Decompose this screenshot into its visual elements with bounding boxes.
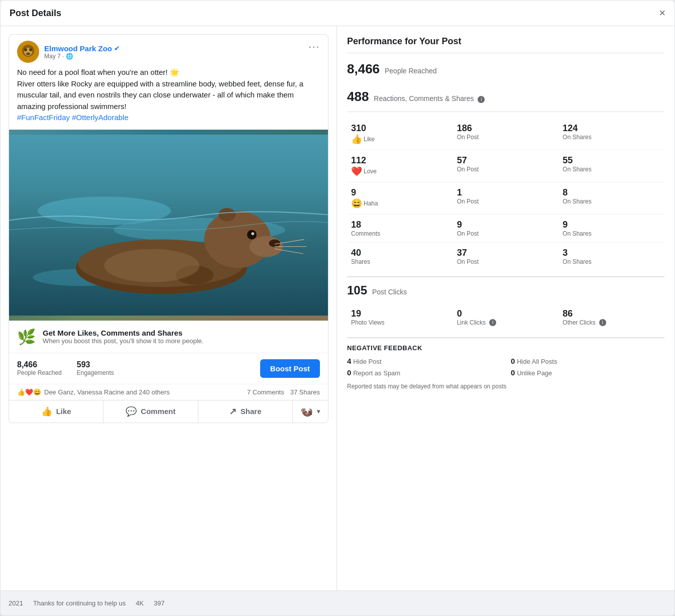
metrics-row: 310 👍Like 186 On Post 124 On Shares [347, 118, 664, 150]
post-text: No need for a pool float when you're an … [9, 67, 328, 130]
metrics-row: 9 😄Haha 1 On Post 8 On Shares [347, 182, 664, 215]
close-button[interactable]: × [659, 8, 665, 19]
share-icon: ↗ [229, 406, 237, 417]
metrics-row: 112 ❤️Love 57 On Post 55 On Shares [347, 150, 664, 182]
svg-point-17 [218, 208, 236, 221]
svg-point-3 [24, 48, 27, 51]
metric-col1-num: 112 [351, 155, 449, 166]
people-reached-label: People Reached [17, 369, 62, 376]
rcs-info-icon[interactable]: i [478, 96, 485, 103]
metric-col1-label: Comments [351, 230, 449, 237]
info-icon[interactable]: i [599, 319, 606, 326]
click-label: Other Clicksi [562, 319, 660, 326]
metric-col1-num: 40 [351, 248, 449, 258]
comment-button[interactable]: 💬 Comment [103, 400, 198, 423]
like-button[interactable]: 👍 Like [9, 400, 103, 423]
click-label: Link Clicksi [457, 319, 555, 326]
boost-post-button[interactable]: Boost Post [260, 359, 320, 378]
click-num: 0 [457, 309, 555, 319]
post-hashtags[interactable]: #FunFactFriday #OtterlyAdorable [17, 112, 320, 124]
like-label: Like [56, 407, 71, 416]
svg-point-22 [104, 249, 200, 282]
post-image [9, 130, 328, 321]
avatar [17, 41, 39, 63]
more-options-button[interactable]: ··· [308, 41, 320, 52]
section-divider-2 [347, 337, 664, 338]
people-reached-stat: 8,466 People Reached [17, 360, 62, 376]
bottom-text: Thanks for continuing to help us [33, 599, 126, 607]
metric-col3-num: 55 [562, 155, 660, 166]
click-details-row: 19 Photo Views 0 Link Clicksi 86 Other C… [347, 303, 664, 331]
click-details-table: 19 Photo Views 0 Link Clicksi 86 Other C… [347, 303, 664, 331]
post-header-left: Elmwood Park Zoo ✔ May 7 · 🌐 [17, 41, 120, 63]
metric-col1-num: 18 [351, 220, 449, 230]
metric-col3-label: On Shares [562, 134, 660, 141]
modal-body: Elmwood Park Zoo ✔ May 7 · 🌐 ··· [1, 26, 674, 590]
neg-feedback-item: 0 Report as Spam [347, 368, 501, 377]
people-reached-big-num: 8,466 [347, 61, 380, 76]
metric-col2-label: On Post [457, 230, 555, 237]
like-icon: 👍 [41, 406, 52, 417]
neg-feedback-title: NEGATIVE FEEDBACK [347, 344, 664, 352]
neg-label: Hide All Posts [517, 358, 557, 365]
svg-point-5 [26, 53, 30, 55]
neg-label: Unlike Page [517, 369, 552, 377]
reaction-emoji: 👍 [351, 134, 362, 145]
stats-row: 8,466 People Reached 593 Engagements Boo… [9, 353, 328, 384]
rcs-num: 488 [347, 89, 369, 104]
leaf-icon: 🌿 [17, 328, 36, 346]
engagements-label: Engagements [77, 369, 114, 376]
post-clicks-num: 105 [347, 283, 367, 297]
performance-title: Performance for Your Post [347, 36, 664, 53]
metric-col1-label: Shares [351, 258, 449, 265]
metrics-row: 40 Shares 37 On Post 3 On Shares [347, 243, 664, 271]
comment-icon: 💬 [126, 406, 137, 417]
metric-col2-label: On Post [457, 198, 555, 205]
shares-count: 37 Shares [290, 388, 320, 396]
metric-col3-label: On Shares [562, 258, 660, 265]
profile-action-button[interactable]: 🦦 ▾ [293, 400, 328, 423]
metric-col3-label: On Shares [562, 198, 660, 205]
reaction-names: Dee Ganz, Vanessa Racine and 240 others [44, 388, 170, 396]
modal-header: Post Details × [1, 1, 674, 26]
share-button[interactable]: ↗ Share [198, 400, 293, 423]
metric-col1-num: 9 [351, 187, 449, 198]
metric-col3-num: 124 [562, 123, 660, 134]
comment-share-count: 7 Comments 37 Shares [247, 388, 320, 396]
share-label: Share [241, 407, 262, 416]
bottom-extra: 397 [154, 599, 165, 607]
metrics-table: 310 👍Like 186 On Post 124 On Shares 112 … [347, 118, 664, 270]
metric-col2-num: 1 [457, 187, 555, 198]
page-name[interactable]: Elmwood Park Zoo [44, 44, 112, 53]
metric-col2-label: On Post [457, 134, 555, 141]
people-reached-big-label: People Reached [385, 67, 437, 75]
metric-col1-label: 😄Haha [351, 198, 449, 209]
neg-num: 0 [347, 368, 351, 377]
metric-col2-num: 186 [457, 123, 555, 134]
reaction-summary: 👍❤️😄 Dee Ganz, Vanessa Racine and 240 ot… [17, 388, 170, 396]
reaction-emoji: ❤️ [351, 166, 362, 177]
neg-label: Hide Post [353, 358, 381, 365]
metric-col3-label: On Shares [562, 166, 660, 173]
section-divider [347, 276, 664, 277]
metric-col2-num: 37 [457, 248, 555, 258]
neg-label: Report as Spam [353, 369, 400, 377]
rcs-label: Reactions, Comments & Shares [374, 94, 474, 102]
right-panel: Performance for Your Post 8,466 People R… [337, 26, 674, 590]
bottom-num: 4K [136, 599, 144, 607]
click-label: Photo Views [351, 319, 449, 326]
info-icon[interactable]: i [489, 319, 496, 326]
engagements-stat: 593 Engagements [77, 360, 114, 376]
profile-avatar-small: 🦦 [300, 405, 313, 418]
post-date: May 7 · 🌐 [44, 53, 120, 60]
neg-num: 4 [347, 357, 351, 365]
page-name-row: Elmwood Park Zoo ✔ [44, 44, 120, 53]
comments-count: 7 Comments [247, 388, 284, 396]
svg-point-4 [29, 48, 32, 51]
dropdown-chevron-icon: ▾ [317, 408, 320, 415]
metric-col2-num: 57 [457, 155, 555, 166]
post-meta-block: Elmwood Park Zoo ✔ May 7 · 🌐 [44, 44, 120, 60]
disclaimer: Reported stats may be delayed from what … [347, 383, 664, 390]
metric-col1-num: 310 [351, 123, 449, 134]
post-card: Elmwood Park Zoo ✔ May 7 · 🌐 ··· [9, 34, 328, 423]
